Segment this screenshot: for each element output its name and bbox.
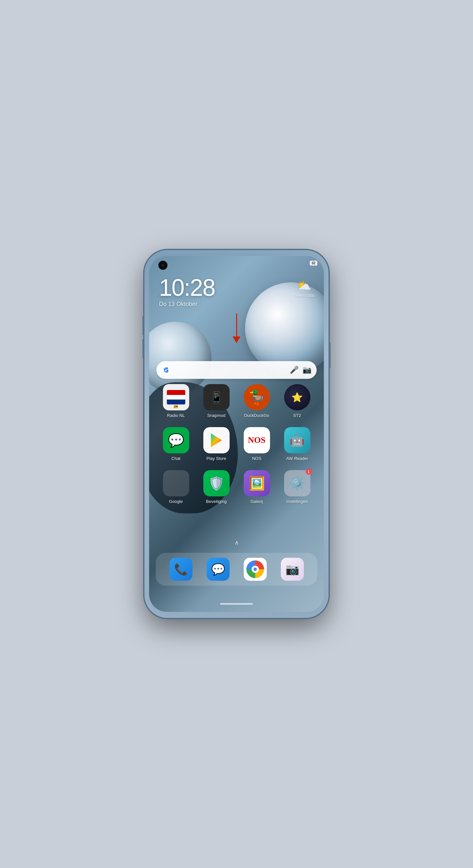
app-row-3: Google 🛡️ Beveiliging 🖼️ Galerij [156, 470, 317, 504]
dock-chrome[interactable] [244, 558, 267, 581]
galerij-icon: 🖼️ [244, 470, 270, 496]
galerij-label: Galerij [250, 499, 263, 504]
app-instellingen[interactable]: ⚙️ 1 Instellingen [279, 470, 315, 504]
weather-icon: ⛅ [294, 279, 314, 293]
radio-nl-icon: 📻 [163, 384, 189, 410]
instellingen-badge: 1 [306, 469, 312, 475]
battery-indicator: 52 [310, 261, 317, 266]
google-folder-label: Google [169, 499, 183, 504]
duckduckgo-label: DuckDuckGo [244, 413, 269, 418]
beveiliging-icon: 🛡️ [203, 470, 230, 496]
duckduckgo-icon: 🦆 [244, 384, 270, 410]
svg-marker-2 [211, 433, 222, 447]
phone-device: 52 10:28 Do 13 Oktober ⛅ Geen data G [145, 250, 328, 618]
snapmod-label: Snapmod [207, 413, 226, 418]
dock-camera[interactable]: 📷 [281, 558, 304, 581]
app-play-store[interactable]: Play Store [198, 427, 235, 461]
date-display: Do 13 Oktober [159, 301, 215, 308]
time-widget: 10:28 Do 13 Oktober [159, 276, 215, 308]
weather-label: Geen data [294, 293, 314, 298]
app-galerij[interactable]: 🖼️ Galerij [239, 470, 275, 504]
aw-reader-label: AW Reader [286, 456, 308, 461]
play-store-icon [203, 427, 230, 453]
app-beveiliging[interactable]: 🛡️ Beveiliging [198, 470, 235, 504]
microphone-icon[interactable]: 🎤 [290, 366, 299, 374]
dock-messages[interactable]: 💬 [207, 558, 230, 581]
app-duckduckgo[interactable]: 🦆 DuckDuckGo [239, 384, 275, 418]
play-store-label: Play Store [207, 456, 226, 461]
search-icons: 🎤 📷 [290, 366, 312, 374]
phone-screen: 52 10:28 Do 13 Oktober ⛅ Geen data G [149, 256, 324, 612]
annotation-arrow [233, 313, 240, 343]
google-search-bar[interactable]: G 🎤 📷 [156, 361, 317, 379]
lens-icon[interactable]: 📷 [302, 366, 312, 374]
power-button[interactable] [329, 342, 330, 368]
svg-text:G: G [164, 367, 168, 373]
snapmod-icon: 📱 [203, 384, 230, 410]
st2-label: ST2 [293, 413, 301, 418]
google-logo: G [161, 365, 172, 375]
app-aw-reader[interactable]: 🤖 AW Reader [279, 427, 315, 461]
st2-icon: ⭐ [284, 384, 311, 410]
google-folder-icon [163, 470, 189, 496]
weather-widget[interactable]: ⛅ Geen data [294, 279, 314, 298]
volume-down-button[interactable] [143, 339, 144, 359]
app-row-2: 💬 Chat [156, 427, 317, 461]
home-indicator[interactable] [220, 603, 253, 605]
chat-icon: 💬 [163, 427, 189, 453]
clock-display: 10:28 [159, 276, 215, 300]
nos-icon: NOS [244, 427, 270, 453]
front-camera [158, 261, 168, 270]
instellingen-icon: ⚙️ 1 [284, 470, 311, 496]
instellingen-label: Instellingen [287, 499, 308, 504]
app-row-1: 📻 Radio NL 📱 Snapmod 🦆 DuckDuckGo [156, 384, 317, 418]
nos-label: NOS [252, 456, 261, 461]
dock-phone[interactable]: 📞 [170, 558, 193, 581]
chat-label: Chat [172, 456, 180, 461]
beveiliging-label: Beveiliging [206, 499, 227, 504]
radio-nl-label: Radio NL [167, 413, 185, 418]
app-grid: 📻 Radio NL 📱 Snapmod 🦆 DuckDuckGo [156, 384, 317, 513]
dock: 📞 💬 📷 [156, 553, 317, 586]
app-chat[interactable]: 💬 Chat [158, 427, 194, 461]
app-snapmod[interactable]: 📱 Snapmod [198, 384, 235, 418]
aw-reader-icon: 🤖 [284, 427, 311, 453]
app-nos[interactable]: NOS NOS [239, 427, 275, 461]
app-drawer-handle[interactable]: ∧ [235, 539, 239, 546]
app-radio-nl[interactable]: 📻 Radio NL [158, 384, 194, 418]
app-google-folder[interactable]: Google [158, 470, 194, 504]
volume-up-button[interactable] [143, 316, 144, 336]
app-st2[interactable]: ⭐ ST2 [279, 384, 315, 418]
